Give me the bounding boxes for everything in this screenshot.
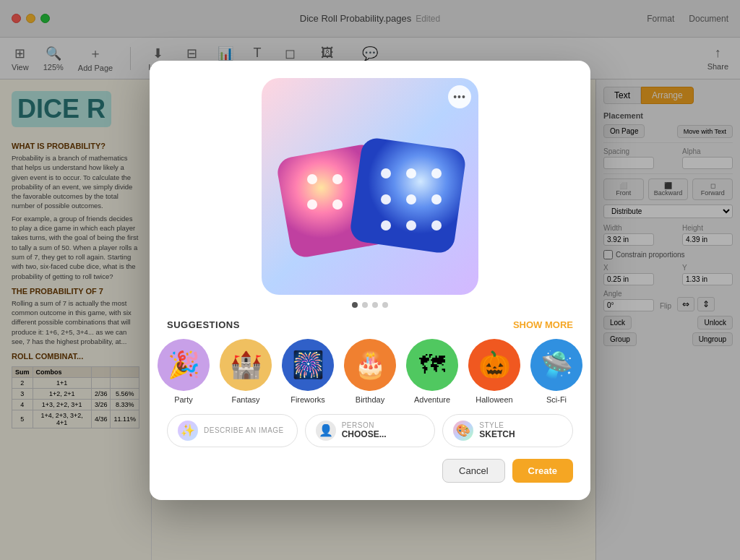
svg-point-8	[381, 168, 391, 178]
main-image: •••	[262, 78, 478, 295]
fantasy-icon: 🏰	[220, 339, 272, 391]
svg-point-9	[406, 168, 416, 178]
suggestion-birthday[interactable]: 🎂 Birthday	[344, 339, 396, 404]
show-more-button[interactable]: SHOW MORE	[513, 319, 573, 330]
style-text: STYLE SKETCH	[479, 421, 515, 439]
dot-4[interactable]	[382, 302, 388, 308]
modal-footer: Cancel Create	[167, 459, 573, 483]
adventure-label: Adventure	[414, 395, 450, 404]
svg-point-13	[431, 194, 442, 204]
svg-point-16	[431, 220, 442, 231]
create-button[interactable]: Create	[512, 459, 573, 483]
halloween-icon: 🎃	[468, 339, 520, 391]
suggestion-scifi[interactable]: 🛸 Sci-Fi	[530, 339, 582, 404]
dot-3[interactable]	[372, 302, 378, 308]
dot-indicators	[352, 302, 388, 308]
scifi-icon: 🛸	[530, 339, 582, 391]
scifi-label: Sci-Fi	[546, 395, 567, 404]
halloween-label: Halloween	[476, 395, 512, 404]
svg-point-10	[431, 168, 442, 178]
svg-point-15	[406, 220, 416, 231]
person-icon: 👤	[316, 421, 336, 441]
birthday-icon: 🎂	[344, 339, 396, 391]
svg-point-11	[381, 194, 391, 204]
suggestion-halloween[interactable]: 🎃 Halloween	[468, 339, 520, 404]
svg-point-5	[332, 199, 343, 210]
person-text: PERSON CHOOSE...	[342, 421, 387, 439]
svg-rect-7	[349, 136, 468, 254]
modal-overlay: ••• SUGGESTIONS SHOW MORE 🎉 Party 🏰 Fant	[0, 0, 740, 560]
dice-svg	[269, 92, 471, 280]
cancel-button[interactable]: Cancel	[442, 459, 504, 483]
suggestion-adventure[interactable]: 🗺 Adventure	[406, 339, 458, 404]
fantasy-label: Fantasy	[231, 395, 259, 404]
party-icon: 🎉	[158, 339, 210, 391]
person-pill[interactable]: 👤 PERSON CHOOSE...	[305, 414, 436, 447]
fireworks-label: Fireworks	[291, 395, 325, 404]
suggestions-grid: 🎉 Party 🏰 Fantasy 🎆 Fireworks 🎂 Birthday…	[167, 339, 573, 404]
style-value: SKETCH	[479, 429, 515, 439]
bottom-options: ✨ DESCRIBE AN IMAGE 👤 PERSON CHOOSE... 🎨…	[167, 414, 573, 447]
dot-1[interactable]	[352, 302, 358, 308]
fireworks-icon: 🎆	[282, 339, 334, 391]
style-label: STYLE	[479, 421, 515, 429]
adventure-icon: 🗺	[406, 339, 458, 391]
party-label: Party	[174, 395, 193, 404]
svg-point-14	[381, 220, 391, 231]
suggestion-party[interactable]: 🎉 Party	[158, 339, 210, 404]
image-generation-modal: ••• SUGGESTIONS SHOW MORE 🎉 Party 🏰 Fant	[150, 61, 590, 500]
suggestions-title: SUGGESTIONS	[167, 319, 240, 330]
describe-text: DESCRIBE AN IMAGE	[204, 426, 284, 434]
person-value: CHOOSE...	[342, 429, 387, 439]
more-icon: •••	[453, 91, 466, 103]
svg-point-4	[307, 199, 317, 210]
dot-2[interactable]	[362, 302, 368, 308]
svg-point-1	[307, 174, 317, 184]
suggestions-header: SUGGESTIONS SHOW MORE	[167, 319, 573, 330]
style-pill[interactable]: 🎨 STYLE SKETCH	[442, 414, 573, 447]
suggestion-fantasy[interactable]: 🏰 Fantasy	[220, 339, 272, 404]
describe-image-pill[interactable]: ✨ DESCRIBE AN IMAGE	[167, 414, 298, 447]
suggestion-fireworks[interactable]: 🎆 Fireworks	[282, 339, 334, 404]
svg-point-12	[406, 194, 416, 204]
birthday-label: Birthday	[356, 395, 384, 404]
person-label: PERSON	[342, 421, 387, 429]
style-icon: 🎨	[453, 421, 473, 441]
describe-icon: ✨	[178, 421, 198, 441]
describe-label: DESCRIBE AN IMAGE	[204, 426, 284, 434]
modal-image-area: •••	[167, 78, 573, 308]
more-options-button[interactable]: •••	[448, 85, 471, 108]
svg-point-2	[332, 174, 343, 184]
